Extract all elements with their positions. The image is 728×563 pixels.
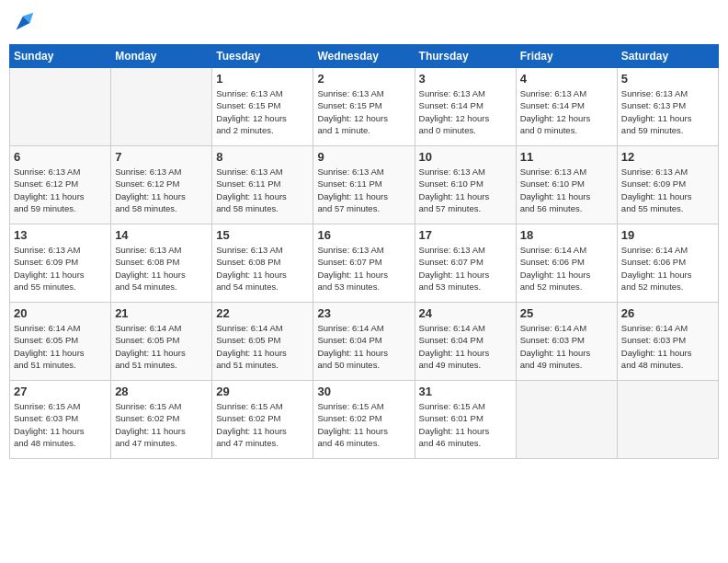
day-info: Sunrise: 6:15 AMSunset: 6:02 PMDaylight:… [317,400,410,449]
day-info: Sunrise: 6:15 AMSunset: 6:03 PMDaylight:… [14,400,107,449]
calendar-table: SundayMondayTuesdayWednesdayThursdayFrid… [9,44,719,459]
day-info: Sunrise: 6:14 AMSunset: 6:05 PMDaylight:… [115,322,208,371]
day-number: 26 [621,306,714,320]
calendar-cell: 26Sunrise: 6:14 AMSunset: 6:03 PMDayligh… [617,303,718,381]
day-info: Sunrise: 6:14 AMSunset: 6:06 PMDaylight:… [621,244,714,293]
day-info: Sunrise: 6:13 AMSunset: 6:07 PMDaylight:… [419,244,512,293]
day-info: Sunrise: 6:14 AMSunset: 6:04 PMDaylight:… [317,322,410,371]
calendar-cell: 21Sunrise: 6:14 AMSunset: 6:05 PMDayligh… [111,303,212,381]
day-info: Sunrise: 6:14 AMSunset: 6:03 PMDaylight:… [621,322,714,371]
day-number: 30 [317,385,410,398]
day-number: 7 [115,150,208,164]
logo [9,9,40,37]
column-header-sunday: Sunday [10,45,111,68]
day-info: Sunrise: 6:13 AMSunset: 6:10 PMDaylight:… [419,166,512,214]
day-number: 18 [520,228,613,242]
day-number: 1 [216,72,309,86]
day-info: Sunrise: 6:14 AMSunset: 6:05 PMDaylight:… [216,322,309,371]
calendar-cell: 5Sunrise: 6:13 AMSunset: 6:13 PMDaylight… [617,68,718,146]
day-info: Sunrise: 6:13 AMSunset: 6:12 PMDaylight:… [115,166,208,214]
calendar-cell: 4Sunrise: 6:13 AMSunset: 6:14 PMDaylight… [516,68,617,146]
day-info: Sunrise: 6:14 AMSunset: 6:06 PMDaylight:… [520,244,613,293]
calendar-cell: 11Sunrise: 6:13 AMSunset: 6:10 PMDayligh… [516,146,617,224]
calendar-cell: 18Sunrise: 6:14 AMSunset: 6:06 PMDayligh… [516,224,617,303]
calendar-cell: 22Sunrise: 6:14 AMSunset: 6:05 PMDayligh… [212,303,313,381]
day-info: Sunrise: 6:14 AMSunset: 6:03 PMDaylight:… [520,322,613,371]
calendar-cell [111,68,212,146]
column-header-thursday: Thursday [415,45,516,68]
day-number: 25 [520,306,613,320]
header-row: SundayMondayTuesdayWednesdayThursdayFrid… [10,45,719,68]
calendar-cell: 28Sunrise: 6:15 AMSunset: 6:02 PMDayligh… [111,381,212,459]
day-info: Sunrise: 6:15 AMSunset: 6:01 PMDaylight:… [419,400,512,449]
day-info: Sunrise: 6:13 AMSunset: 6:14 PMDaylight:… [419,87,512,136]
calendar-cell: 2Sunrise: 6:13 AMSunset: 6:15 PMDaylight… [313,68,415,146]
calendar-cell: 8Sunrise: 6:13 AMSunset: 6:11 PMDaylight… [212,146,313,224]
column-header-wednesday: Wednesday [313,45,415,68]
day-number: 9 [317,150,410,164]
calendar-cell: 25Sunrise: 6:14 AMSunset: 6:03 PMDayligh… [516,303,617,381]
column-header-monday: Monday [111,45,212,68]
day-info: Sunrise: 6:13 AMSunset: 6:15 PMDaylight:… [317,87,410,136]
day-number: 10 [419,150,512,164]
day-info: Sunrise: 6:13 AMSunset: 6:11 PMDaylight:… [317,166,410,214]
day-info: Sunrise: 6:13 AMSunset: 6:08 PMDaylight:… [115,244,208,293]
column-header-saturday: Saturday [617,45,718,68]
page-header [9,9,719,37]
day-number: 15 [216,228,309,242]
day-number: 5 [621,72,714,86]
week-row-3: 13Sunrise: 6:13 AMSunset: 6:09 PMDayligh… [10,224,719,303]
calendar-cell: 13Sunrise: 6:13 AMSunset: 6:09 PMDayligh… [10,224,111,303]
day-number: 24 [419,306,512,320]
calendar-cell [617,381,718,459]
week-row-4: 20Sunrise: 6:14 AMSunset: 6:05 PMDayligh… [10,303,719,381]
calendar-cell: 24Sunrise: 6:14 AMSunset: 6:04 PMDayligh… [415,303,516,381]
calendar-cell [10,68,111,146]
calendar-cell: 19Sunrise: 6:14 AMSunset: 6:06 PMDayligh… [617,224,718,303]
day-number: 22 [216,306,309,320]
day-number: 12 [621,150,714,164]
day-info: Sunrise: 6:13 AMSunset: 6:08 PMDaylight:… [216,244,309,293]
day-number: 3 [419,72,512,86]
day-number: 19 [621,228,714,242]
day-info: Sunrise: 6:13 AMSunset: 6:10 PMDaylight:… [520,166,613,214]
day-number: 16 [317,228,410,242]
week-row-1: 1Sunrise: 6:13 AMSunset: 6:15 PMDaylight… [10,68,719,146]
column-header-tuesday: Tuesday [212,45,313,68]
calendar-cell: 9Sunrise: 6:13 AMSunset: 6:11 PMDaylight… [313,146,415,224]
calendar-cell: 10Sunrise: 6:13 AMSunset: 6:10 PMDayligh… [415,146,516,224]
day-info: Sunrise: 6:13 AMSunset: 6:09 PMDaylight:… [14,244,107,293]
day-number: 13 [14,228,107,242]
day-number: 27 [14,385,107,398]
day-number: 20 [14,306,107,320]
calendar-cell [516,381,617,459]
day-number: 4 [520,72,613,86]
day-number: 8 [216,150,309,164]
day-number: 21 [115,306,208,320]
day-number: 29 [216,385,309,398]
calendar-cell: 7Sunrise: 6:13 AMSunset: 6:12 PMDaylight… [111,146,212,224]
day-info: Sunrise: 6:13 AMSunset: 6:15 PMDaylight:… [216,87,309,136]
day-info: Sunrise: 6:15 AMSunset: 6:02 PMDaylight:… [216,400,309,449]
calendar-cell: 12Sunrise: 6:13 AMSunset: 6:09 PMDayligh… [617,146,718,224]
calendar-cell: 1Sunrise: 6:13 AMSunset: 6:15 PMDaylight… [212,68,313,146]
calendar-cell: 6Sunrise: 6:13 AMSunset: 6:12 PMDaylight… [10,146,111,224]
day-number: 31 [419,385,512,398]
day-info: Sunrise: 6:13 AMSunset: 6:11 PMDaylight:… [216,166,309,214]
calendar-cell: 16Sunrise: 6:13 AMSunset: 6:07 PMDayligh… [313,224,415,303]
day-number: 17 [419,228,512,242]
calendar-cell: 14Sunrise: 6:13 AMSunset: 6:08 PMDayligh… [111,224,212,303]
calendar-cell: 17Sunrise: 6:13 AMSunset: 6:07 PMDayligh… [415,224,516,303]
day-number: 11 [520,150,613,164]
week-row-2: 6Sunrise: 6:13 AMSunset: 6:12 PMDaylight… [10,146,719,224]
calendar-cell: 3Sunrise: 6:13 AMSunset: 6:14 PMDaylight… [415,68,516,146]
logo-icon [9,9,37,37]
day-info: Sunrise: 6:13 AMSunset: 6:14 PMDaylight:… [520,87,613,136]
day-info: Sunrise: 6:13 AMSunset: 6:13 PMDaylight:… [621,87,714,136]
column-header-friday: Friday [516,45,617,68]
calendar-cell: 23Sunrise: 6:14 AMSunset: 6:04 PMDayligh… [313,303,415,381]
day-info: Sunrise: 6:14 AMSunset: 6:05 PMDaylight:… [14,322,107,371]
day-number: 6 [14,150,107,164]
day-number: 28 [115,385,208,398]
day-info: Sunrise: 6:13 AMSunset: 6:07 PMDaylight:… [317,244,410,293]
